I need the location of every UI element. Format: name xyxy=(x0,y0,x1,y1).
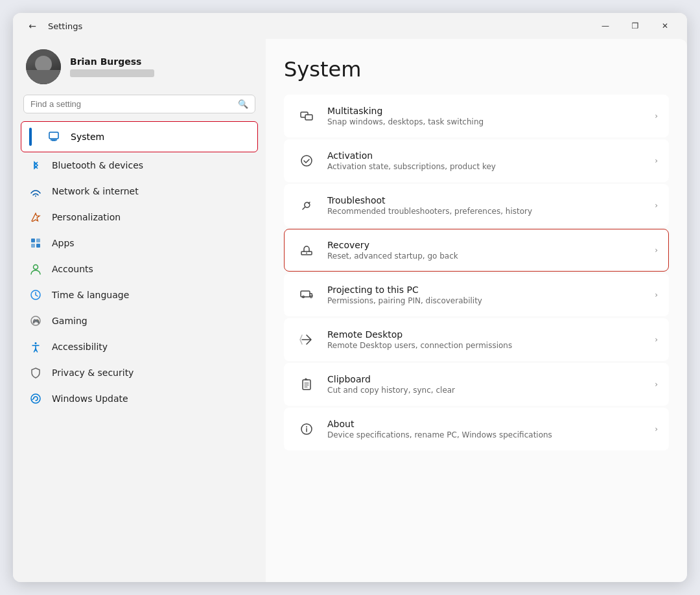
sidebar-label-apps: Apps xyxy=(52,238,75,248)
network-icon xyxy=(29,184,43,198)
search-input[interactable] xyxy=(30,99,234,109)
user-email-placeholder xyxy=(70,69,154,77)
settings-item-clipboard[interactable]: Clipboard Cut and copy history, sync, cl… xyxy=(284,363,669,406)
multitasking-title: Multitasking xyxy=(327,106,649,116)
activation-desc: Activation state, subscriptions, product… xyxy=(327,162,649,171)
remotedesktop-desc: Remote Desktop users, connection permiss… xyxy=(327,341,649,350)
sidebar: Brian Burgess 🔍 xyxy=(13,39,266,582)
sidebar-item-update[interactable]: Windows Update xyxy=(21,386,258,412)
svg-point-12 xyxy=(35,342,37,344)
clipboard-title: Clipboard xyxy=(327,374,649,384)
time-icon xyxy=(29,288,43,302)
sidebar-item-personalization[interactable]: Personalization xyxy=(21,204,258,230)
active-indicator xyxy=(29,128,32,146)
settings-item-troubleshoot[interactable]: Troubleshoot Recommended troubleshooters… xyxy=(284,184,669,227)
settings-item-about[interactable]: About Device specifications, rename PC, … xyxy=(284,408,669,450)
chevron-icon: › xyxy=(655,201,658,210)
avatar xyxy=(26,49,61,84)
accounts-icon xyxy=(29,262,43,276)
projecting-desc: Permissions, pairing PIN, discoverabilit… xyxy=(327,296,649,305)
svg-rect-7 xyxy=(36,244,40,248)
sidebar-label-system: System xyxy=(71,132,104,142)
settings-item-projecting[interactable]: Projecting to this PC Permissions, pairi… xyxy=(284,274,669,316)
recovery-icon xyxy=(295,239,318,262)
main-content: System Multitasking Snap windows, deskto… xyxy=(266,39,687,582)
sidebar-nav: System Bluetooth & devices xyxy=(21,121,258,412)
about-icon xyxy=(295,417,318,441)
svg-rect-6 xyxy=(31,244,35,248)
accessibility-icon xyxy=(29,340,43,354)
recovery-text: Recovery Reset, advanced startup, go bac… xyxy=(327,240,649,261)
about-title: About xyxy=(327,419,649,429)
user-name: Brian Burgess xyxy=(70,56,154,67)
svg-point-28 xyxy=(306,426,307,428)
svg-rect-5 xyxy=(36,239,40,242)
sidebar-item-gaming[interactable]: 🎮 Gaming xyxy=(21,308,258,334)
close-button[interactable]: ✕ xyxy=(651,16,679,36)
chevron-icon: › xyxy=(655,111,658,121)
multitasking-icon xyxy=(295,104,318,128)
privacy-icon xyxy=(29,366,43,380)
about-desc: Device specifications, rename PC, Window… xyxy=(327,430,649,439)
projecting-title: Projecting to this PC xyxy=(327,285,649,295)
activation-icon xyxy=(295,149,318,172)
svg-rect-4 xyxy=(31,239,35,242)
sidebar-item-network[interactable]: Network & internet xyxy=(21,178,258,204)
svg-rect-15 xyxy=(305,115,312,120)
sidebar-label-accessibility: Accessibility xyxy=(52,342,108,352)
avatar-image xyxy=(26,49,61,84)
settings-item-multitasking[interactable]: Multitasking Snap windows, desktops, tas… xyxy=(284,95,669,137)
maximize-button[interactable]: ❐ xyxy=(621,16,649,36)
multitasking-text: Multitasking Snap windows, desktops, tas… xyxy=(327,106,649,126)
troubleshoot-title: Troubleshoot xyxy=(327,195,649,205)
svg-text:🎮: 🎮 xyxy=(32,318,40,325)
apps-icon xyxy=(29,236,43,250)
sidebar-label-network: Network & internet xyxy=(52,186,139,196)
sidebar-item-accounts[interactable]: Accounts xyxy=(21,256,258,282)
chevron-icon: › xyxy=(655,380,658,389)
sidebar-item-privacy[interactable]: Privacy & security xyxy=(21,360,258,386)
clipboard-text: Clipboard Cut and copy history, sync, cl… xyxy=(327,374,649,395)
about-text: About Device specifications, rename PC, … xyxy=(327,419,649,439)
sidebar-item-apps[interactable]: Apps xyxy=(21,230,258,256)
sidebar-item-bluetooth[interactable]: Bluetooth & devices xyxy=(21,152,258,178)
search-box[interactable]: 🔍 xyxy=(23,95,255,113)
settings-list: Multitasking Snap windows, desktops, tas… xyxy=(284,95,669,450)
svg-point-3 xyxy=(35,196,36,197)
settings-item-remotedesktop[interactable]: Remote Desktop Remote Desktop users, con… xyxy=(284,318,669,361)
back-button[interactable]: ← xyxy=(23,17,41,35)
svg-point-20 xyxy=(310,296,312,298)
settings-item-recovery[interactable]: Recovery Reset, advanced startup, go bac… xyxy=(284,229,669,272)
sidebar-label-privacy: Privacy & security xyxy=(52,368,134,378)
projecting-text: Projecting to this PC Permissions, pairi… xyxy=(327,285,649,305)
troubleshoot-icon xyxy=(295,194,318,217)
clipboard-desc: Cut and copy history, sync, clear xyxy=(327,386,649,395)
svg-point-8 xyxy=(34,265,38,270)
settings-item-activation[interactable]: Activation Activation state, subscriptio… xyxy=(284,139,669,182)
user-profile: Brian Burgess xyxy=(21,39,258,95)
bluetooth-icon xyxy=(29,158,43,172)
settings-window: ← Settings — ❐ ✕ Brian Burgess xyxy=(13,13,687,582)
system-icon xyxy=(47,130,62,144)
personalization-icon xyxy=(29,210,43,224)
chevron-icon: › xyxy=(655,246,658,255)
svg-rect-0 xyxy=(49,132,58,139)
gaming-icon: 🎮 xyxy=(29,314,43,328)
remotedesktop-icon xyxy=(295,328,318,351)
chevron-icon: › xyxy=(655,156,658,165)
svg-point-18 xyxy=(306,253,307,254)
svg-point-16 xyxy=(301,156,312,166)
sidebar-label-time: Time & language xyxy=(52,290,129,300)
chevron-icon: › xyxy=(655,335,658,344)
sidebar-item-accessibility[interactable]: Accessibility xyxy=(21,334,258,360)
sidebar-item-time[interactable]: Time & language xyxy=(21,282,258,308)
sidebar-item-system[interactable]: System xyxy=(21,121,258,152)
activation-title: Activation xyxy=(327,150,649,161)
search-icon: 🔍 xyxy=(238,99,248,109)
troubleshoot-text: Troubleshoot Recommended troubleshooters… xyxy=(327,195,649,216)
title-bar: ← Settings — ❐ ✕ xyxy=(13,13,687,39)
multitasking-desc: Snap windows, desktops, task switching xyxy=(327,117,649,126)
sidebar-label-personalization: Personalization xyxy=(52,212,121,222)
activation-text: Activation Activation state, subscriptio… xyxy=(327,150,649,171)
minimize-button[interactable]: — xyxy=(591,16,620,36)
